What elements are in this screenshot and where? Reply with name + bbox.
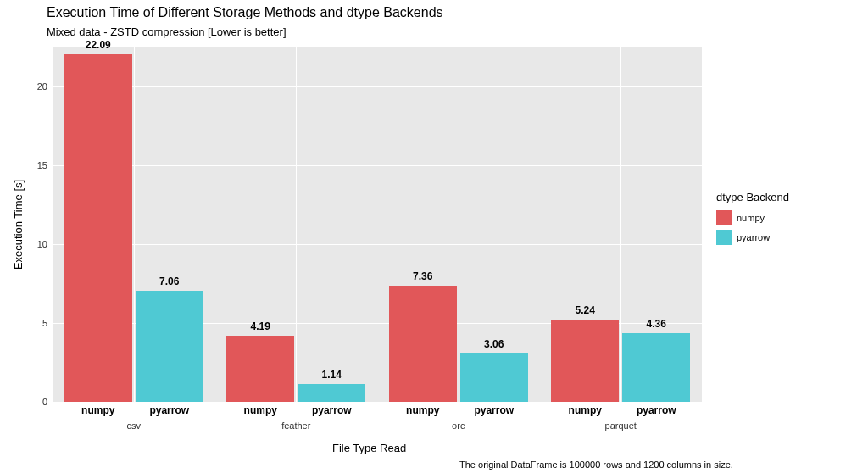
bar-value-label: 7.36 [413, 270, 432, 282]
grid-line [53, 402, 702, 403]
bar-pyarrow [136, 291, 203, 402]
category-label: feather [281, 420, 310, 431]
bar-numpy [226, 336, 294, 402]
dodge-label: numpy [569, 404, 602, 416]
dodge-label: pyarrow [149, 404, 189, 416]
dodge-label: pyarrow [312, 404, 352, 416]
grid-line [459, 47, 459, 402]
dodge-label: numpy [81, 404, 114, 416]
y-tick-label: 0 [42, 397, 47, 407]
chart-subtitle: Mixed data - ZSTD compression [Lower is … [47, 25, 287, 38]
y-tick-label: 10 [37, 239, 47, 249]
chart-caption: The original DataFrame is 100000 rows an… [459, 459, 733, 470]
y-tick-label: 15 [37, 160, 47, 170]
legend-swatch-icon [716, 210, 732, 225]
legend-title: dtype Backend [716, 191, 789, 203]
bar-numpy [551, 320, 619, 402]
category-label: parquet [605, 420, 637, 431]
bar-pyarrow [460, 353, 528, 402]
bar-pyarrow [622, 333, 690, 402]
legend-label: numpy [737, 213, 765, 223]
bar-value-label: 4.36 [647, 318, 666, 330]
legend: dtype Backend numpy pyarrow [716, 191, 789, 249]
dodge-label: pyarrow [474, 404, 514, 416]
bar-value-label: 22.09 [86, 39, 111, 51]
category-label: csv [127, 420, 142, 431]
grid-line [53, 86, 702, 87]
legend-item-pyarrow: pyarrow [716, 230, 789, 245]
bar-value-label: 7.06 [159, 275, 179, 287]
chart-container: Execution Time of Different Storage Meth… [0, 0, 868, 473]
y-tick-label: 5 [42, 318, 47, 328]
x-axis-label: File Type Read [332, 442, 406, 454]
bar-value-label: 1.14 [322, 369, 342, 381]
dodge-label: numpy [244, 404, 277, 416]
grid-line [620, 47, 621, 402]
y-axis-label: Execution Time [s] [12, 180, 25, 270]
grid-line [296, 47, 297, 402]
bar-numpy [389, 286, 457, 402]
category-label: orc [452, 420, 465, 431]
grid-line [53, 165, 702, 166]
dodge-label: pyarrow [637, 404, 676, 416]
grid-line [53, 244, 702, 245]
y-tick-label: 20 [37, 81, 47, 92]
chart-title: Execution Time of Different Storage Meth… [47, 5, 443, 20]
bar-pyarrow [298, 384, 365, 402]
legend-item-numpy: numpy [716, 210, 789, 225]
legend-label: pyarrow [737, 232, 770, 242]
bar-value-label: 5.24 [576, 304, 595, 316]
legend-swatch-icon [716, 230, 732, 245]
bar-numpy [64, 54, 132, 402]
grid-line [134, 47, 135, 402]
bar-value-label: 4.19 [251, 320, 270, 332]
dodge-label: numpy [406, 404, 439, 416]
bar-value-label: 3.06 [484, 338, 504, 350]
plot-area [53, 47, 702, 402]
